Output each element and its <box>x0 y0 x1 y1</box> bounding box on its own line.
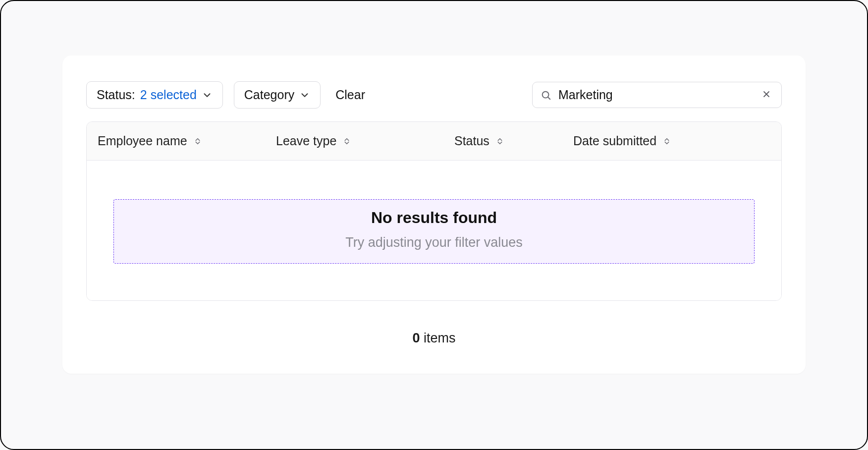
column-header-status[interactable]: Status <box>443 122 562 160</box>
sort-icon <box>193 137 202 146</box>
item-count-value: 0 <box>412 331 420 345</box>
column-header-date-submitted[interactable]: Date submitted <box>562 122 781 160</box>
clear-filters-button[interactable]: Clear <box>331 82 369 108</box>
toolbar: Status: 2 selected Category Clear <box>86 81 782 109</box>
column-header-employee-name[interactable]: Employee name <box>87 122 265 160</box>
search-icon <box>541 90 551 101</box>
table-body-empty: No results found Try adjusting your filt… <box>87 161 781 300</box>
search-input[interactable] <box>558 88 760 102</box>
chevron-down-icon <box>202 90 213 101</box>
status-filter-button[interactable]: Status: 2 selected <box>86 81 223 109</box>
empty-state-slot: No results found Try adjusting your filt… <box>113 199 755 264</box>
item-count-footer: 0 items <box>86 331 782 346</box>
column-header-leave-type[interactable]: Leave type <box>265 122 443 160</box>
sort-icon <box>495 137 504 146</box>
table-header-row: Employee name Leave type Status <box>87 122 781 161</box>
status-filter-selected: 2 selected <box>140 88 197 102</box>
results-table: Employee name Leave type Status <box>86 121 782 301</box>
item-count-label: items <box>424 331 456 345</box>
column-label: Employee name <box>98 134 187 148</box>
column-label: Leave type <box>276 134 336 148</box>
app-frame: Status: 2 selected Category Clear <box>0 0 868 450</box>
close-icon <box>761 89 771 101</box>
category-filter-button[interactable]: Category <box>234 81 321 109</box>
sort-icon <box>662 137 671 146</box>
column-label: Date submitted <box>573 134 656 148</box>
category-filter-label: Category <box>244 88 294 102</box>
content-card: Status: 2 selected Category Clear <box>62 56 806 374</box>
column-label: Status <box>454 134 489 148</box>
empty-state-subtitle: Try adjusting your filter values <box>124 235 744 250</box>
empty-state-title: No results found <box>124 209 744 227</box>
status-filter-label: Status: <box>97 88 135 102</box>
sort-icon <box>342 137 351 146</box>
svg-line-1 <box>548 97 550 99</box>
chevron-down-icon <box>299 90 310 101</box>
search-field-wrapper <box>532 82 782 108</box>
clear-search-button[interactable] <box>760 87 773 103</box>
